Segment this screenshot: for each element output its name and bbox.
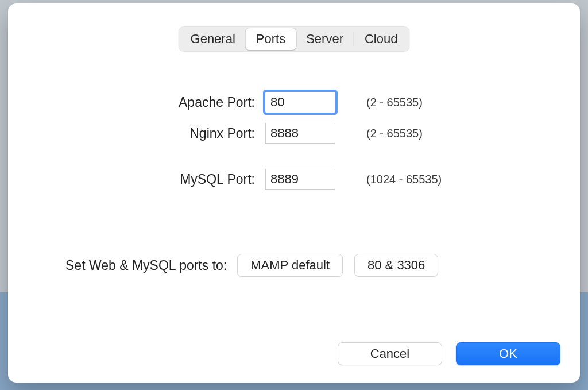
- mysql-port-label: MySQL Port:: [8, 172, 255, 187]
- mysql-port-hint: (1024 - 65535): [356, 173, 580, 186]
- mamp-default-button[interactable]: MAMP default: [237, 254, 343, 277]
- tab-server[interactable]: Server: [296, 28, 354, 50]
- nginx-port-hint: (2 - 65535): [356, 127, 580, 140]
- apache-port-label: Apache Port:: [8, 95, 255, 110]
- row-nginx: Nginx Port: (2 - 65535): [8, 123, 580, 144]
- row-mysql: MySQL Port: (1024 - 65535): [8, 169, 580, 190]
- cancel-button[interactable]: Cancel: [338, 342, 442, 365]
- tab-ports[interactable]: Ports: [246, 28, 296, 50]
- tab-general[interactable]: General: [180, 28, 246, 50]
- nginx-port-input[interactable]: [265, 123, 335, 144]
- preferences-sheet: General Ports Server Cloud Apache Port: …: [8, 3, 580, 383]
- standard-ports-button[interactable]: 80 & 3306: [354, 254, 438, 277]
- apache-port-hint: (2 - 65535): [356, 96, 580, 109]
- row-apache: Apache Port: (2 - 65535): [8, 92, 580, 113]
- mysql-port-input[interactable]: [265, 169, 335, 190]
- tab-cloud[interactable]: Cloud: [354, 28, 408, 50]
- ok-button[interactable]: OK: [456, 342, 560, 365]
- tab-bar: General Ports Server Cloud: [179, 26, 410, 52]
- window-backdrop: General Ports Server Cloud Apache Port: …: [0, 0, 588, 390]
- dialog-footer: Cancel OK: [338, 342, 560, 365]
- preset-label: Set Web & MySQL ports to:: [65, 258, 227, 273]
- apache-port-input[interactable]: [265, 92, 335, 113]
- ports-form: Apache Port: (2 - 65535) Nginx Port: (2 …: [8, 92, 580, 200]
- preset-row: Set Web & MySQL ports to: MAMP default 8…: [8, 254, 580, 277]
- nginx-port-label: Nginx Port:: [8, 126, 255, 141]
